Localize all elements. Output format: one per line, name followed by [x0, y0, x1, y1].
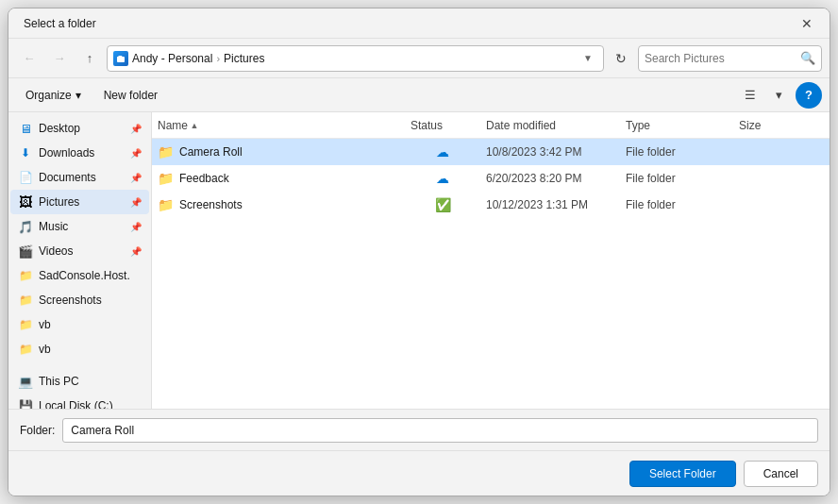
select-folder-button[interactable]: Select Folder — [629, 461, 736, 487]
sidebar-item-label: vb — [39, 318, 142, 331]
drive-icon: 💾 — [18, 398, 33, 409]
back-button[interactable]: ← — [16, 45, 42, 72]
folder-icon: 📁 — [18, 342, 33, 357]
folder-icon: 📁 — [18, 317, 33, 332]
sidebar-item-vb2[interactable]: 📁 vb — [10, 337, 149, 361]
column-header-name[interactable]: Name ▲ — [152, 112, 405, 138]
address-part-personal: Andy - Personal — [132, 52, 212, 65]
sidebar-item-label: Downloads — [39, 146, 125, 160]
sidebar-item-documents[interactable]: 📄 Documents 📌 — [10, 165, 149, 190]
file-list: Name ▲ Status Date modified Type Size — [152, 112, 830, 409]
sidebar-item-thispc[interactable]: 💻 This PC — [10, 369, 149, 394]
file-cell-date: 6/20/2023 8:20 PM — [480, 165, 620, 191]
address-text: Andy - Personal › Pictures — [132, 52, 575, 65]
address-icon — [113, 51, 128, 66]
pin-icon: 📌 — [130, 197, 142, 208]
file-cell-size — [733, 165, 809, 191]
music-icon: 🎵 — [18, 219, 33, 234]
close-button[interactable]: ✕ — [796, 12, 818, 35]
pin-icon: 📌 — [130, 124, 142, 134]
cloud-icon: ☁ — [436, 171, 449, 186]
pin-icon: 📌 — [130, 148, 142, 159]
download-icon: ⬇ — [18, 145, 33, 160]
sidebar-item-label: Screenshots — [39, 294, 142, 307]
cancel-button[interactable]: Cancel — [744, 461, 818, 487]
column-header-size[interactable]: Size — [733, 112, 809, 138]
file-cell-type: File folder — [620, 139, 733, 164]
forward-button[interactable]: → — [46, 45, 73, 72]
pictures-icon: 🖼 — [18, 194, 33, 210]
file-cell-name: 📁 Camera Roll — [152, 139, 405, 164]
sidebar: 🖥 Desktop 📌 ⬇ Downloads 📌 📄 Documents 📌 … — [8, 112, 152, 409]
sidebar-item-music[interactable]: 🎵 Music 📌 — [10, 214, 149, 239]
search-icon[interactable]: 🔍 — [800, 51, 815, 65]
folder-icon: 📁 — [158, 144, 174, 160]
folder-icon: 📁 — [18, 268, 33, 283]
column-header-status[interactable]: Status — [405, 112, 480, 138]
toolbar-row: Organize ▾ New folder ☰ ▾ ? — [8, 78, 830, 112]
file-cell-name: 📁 Feedback — [152, 165, 405, 191]
help-button[interactable]: ? — [796, 82, 822, 109]
pin-icon: 📌 — [130, 173, 142, 183]
search-box[interactable]: 🔍 — [638, 45, 822, 72]
file-cell-status: ☁ — [405, 165, 480, 191]
bottom-bar: Folder: — [8, 409, 830, 450]
column-header-type[interactable]: Type — [620, 112, 733, 138]
new-folder-button[interactable]: New folder — [94, 83, 167, 108]
folder-input[interactable] — [62, 418, 818, 443]
sidebar-item-localdisk[interactable]: 💾 Local Disk (C:) — [10, 394, 149, 409]
column-header-row: Name ▲ Status Date modified Type Size — [152, 112, 830, 139]
check-icon: ✅ — [435, 197, 451, 212]
folder-icon: 📁 — [158, 171, 174, 186]
title-bar: Select a folder ✕ — [8, 8, 830, 39]
refresh-button[interactable]: ↻ — [608, 45, 634, 72]
video-icon: 🎬 — [18, 244, 33, 259]
bottom-section: Folder: Select Folder Cancel — [8, 409, 830, 496]
view-list-button[interactable]: ☰ — [737, 83, 763, 108]
sidebar-item-pictures[interactable]: 🖼 Pictures 📌 — [10, 190, 149, 214]
address-bar[interactable]: Andy - Personal › Pictures ▼ — [107, 45, 604, 72]
address-dropdown-arrow[interactable]: ▼ — [578, 53, 597, 63]
sidebar-item-label: SadConsole.Host. — [39, 269, 142, 282]
cloud-icon: ☁ — [436, 144, 449, 160]
sidebar-item-sadconsole[interactable]: 📁 SadConsole.Host. — [10, 263, 149, 288]
sidebar-item-label: Local Disk (C:) — [39, 399, 142, 409]
sidebar-item-desktop[interactable]: 🖥 Desktop 📌 — [10, 116, 149, 141]
organize-button[interactable]: Organize ▾ — [16, 83, 91, 108]
file-cell-type: File folder — [620, 165, 733, 191]
documents-icon: 📄 — [18, 170, 33, 185]
sidebar-item-videos[interactable]: 🎬 Videos 📌 — [10, 239, 149, 263]
desktop-icon: 🖥 — [18, 121, 33, 136]
sidebar-item-downloads[interactable]: ⬇ Downloads 📌 — [10, 141, 149, 165]
organize-dropdown-icon: ▾ — [75, 89, 81, 102]
file-cell-date: 10/8/2023 3:42 PM — [480, 139, 620, 164]
dialog-title: Select a folder — [24, 17, 96, 30]
file-cell-size — [733, 139, 809, 164]
sidebar-item-screenshots[interactable]: 📁 Screenshots — [10, 288, 149, 312]
file-cell-type: File folder — [620, 192, 733, 217]
view-options-button[interactable]: ▾ — [765, 83, 792, 108]
dialog-window: Select a folder ✕ ← → ↑ Andy - Personal … — [8, 8, 830, 496]
file-cell-name: 📁 Screenshots — [152, 192, 405, 217]
folder-icon: 📁 — [18, 293, 33, 308]
file-row-screenshots[interactable]: 📁 Screenshots ✅ 10/12/2023 1:31 PM File … — [152, 192, 830, 218]
address-bar-row: ← → ↑ Andy - Personal › Pictures ▼ ↻ 🔍 — [8, 39, 830, 78]
pin-icon: 📌 — [130, 246, 142, 257]
sidebar-divider — [8, 361, 151, 369]
sidebar-item-label: vb — [39, 343, 142, 356]
sort-arrow: ▲ — [188, 121, 201, 130]
sidebar-item-vb1[interactable]: 📁 vb — [10, 312, 149, 337]
file-cell-date: 10/12/2023 1:31 PM — [480, 192, 620, 217]
search-input[interactable] — [645, 52, 796, 65]
file-row-feedback[interactable]: 📁 Feedback ☁ 6/20/2023 8:20 PM File fold… — [152, 165, 830, 192]
up-button[interactable]: ↑ — [76, 45, 103, 72]
folder-icon: 📁 — [158, 197, 174, 212]
column-header-date[interactable]: Date modified — [480, 112, 620, 138]
file-row-camera-roll[interactable]: 📁 Camera Roll ☁ 10/8/2023 3:42 PM File f… — [152, 139, 830, 165]
sidebar-item-label: Documents — [39, 171, 125, 184]
sidebar-item-label: Pictures — [39, 195, 125, 209]
sidebar-item-label: Desktop — [39, 122, 125, 135]
sidebar-item-label: Videos — [39, 244, 125, 258]
main-content: 🖥 Desktop 📌 ⬇ Downloads 📌 📄 Documents 📌 … — [8, 112, 830, 409]
folder-label: Folder: — [20, 424, 55, 437]
